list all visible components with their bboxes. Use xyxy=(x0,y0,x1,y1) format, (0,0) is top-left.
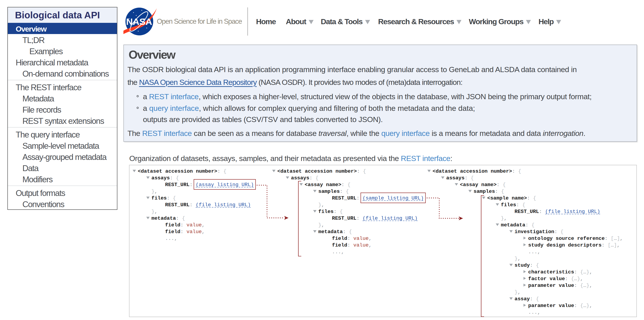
svg-text:<dataset accession number>: <dataset accession number> xyxy=(138,168,217,174)
svg-text:{: { xyxy=(536,262,539,268)
svg-text:}: } xyxy=(152,209,154,214)
svg-text::: : xyxy=(217,168,220,174)
svg-text::: : xyxy=(356,195,360,201)
svg-text:metadata: metadata xyxy=(152,216,176,221)
svg-text:,: , xyxy=(341,249,344,255)
svg-text:}: } xyxy=(514,256,518,262)
svg-text::: : xyxy=(309,175,312,181)
svg-text::: : xyxy=(357,168,360,174)
svg-text:,: , xyxy=(202,222,205,228)
svg-text:{: { xyxy=(560,229,564,235)
svg-text::: : xyxy=(574,303,577,308)
svg-text:,: , xyxy=(589,282,592,288)
svg-text:{: { xyxy=(173,195,176,201)
svg-text::: : xyxy=(496,182,500,188)
svg-text:field: field xyxy=(165,229,180,235)
svg-text::: : xyxy=(574,269,577,275)
svg-text::: : xyxy=(604,236,608,242)
svg-text:,: , xyxy=(589,303,592,308)
svg-text:<dataset accession number>: <dataset accession number> xyxy=(277,168,357,174)
svg-text::: : xyxy=(527,195,530,201)
svg-text::: : xyxy=(180,222,184,228)
svg-text::: : xyxy=(167,195,170,201)
svg-text:,: , xyxy=(580,276,583,282)
svg-text:,: , xyxy=(518,256,521,262)
svg-text:...: ... xyxy=(332,249,341,255)
svg-text:[: [ xyxy=(608,242,611,248)
svg-text:parameter value: parameter value xyxy=(528,303,574,308)
svg-text:assays: assays xyxy=(152,175,170,181)
svg-text:{: { xyxy=(346,188,349,194)
svg-text:{: { xyxy=(532,222,535,228)
svg-text::: : xyxy=(530,296,533,302)
svg-text:,: , xyxy=(538,249,540,255)
svg-text:REST_URL: REST_URL xyxy=(165,182,190,188)
svg-text:(file listing URL): (file listing URL) xyxy=(196,202,251,208)
svg-text:(file listing URL): (file listing URL) xyxy=(545,209,600,214)
svg-text:{: { xyxy=(503,182,506,188)
svg-text:<dataset accession number>: <dataset accession number> xyxy=(432,168,512,174)
svg-text:…: … xyxy=(611,242,614,248)
svg-text:,: , xyxy=(369,236,372,242)
svg-text:[: [ xyxy=(611,236,614,242)
svg-text::: : xyxy=(334,209,337,214)
svg-text:]: ] xyxy=(614,242,617,248)
svg-text:field: field xyxy=(332,236,347,242)
svg-text:…: … xyxy=(583,303,586,308)
svg-text::: : xyxy=(342,182,344,188)
svg-text:}: } xyxy=(318,222,322,228)
svg-text:<assay name>: <assay name> xyxy=(305,182,342,188)
svg-text:REST_URL: REST_URL xyxy=(165,202,190,208)
svg-text::: : xyxy=(554,229,557,235)
svg-text:samples: samples xyxy=(474,188,495,194)
svg-text:REST_URL: REST_URL xyxy=(332,216,356,221)
svg-text:}: } xyxy=(586,303,589,308)
svg-text:...: ... xyxy=(528,249,538,255)
svg-text:{: { xyxy=(349,229,352,235)
svg-text:{: { xyxy=(223,168,226,174)
svg-text:metadata: metadata xyxy=(318,229,343,235)
svg-text:,: , xyxy=(504,216,507,221)
svg-text:{: { xyxy=(580,303,583,308)
svg-text:}: } xyxy=(586,269,589,275)
svg-text:study: study xyxy=(514,262,530,268)
svg-text:}: } xyxy=(318,202,322,208)
svg-text:{: { xyxy=(580,269,583,275)
svg-text:(assay listing URL): (assay listing URL) xyxy=(196,182,254,188)
svg-text::: : xyxy=(180,229,184,235)
svg-text::: : xyxy=(170,175,173,181)
svg-text:{: { xyxy=(182,216,185,221)
svg-text:characteristics: characteristics xyxy=(528,269,574,275)
svg-text:...: ... xyxy=(528,310,538,315)
svg-text:factor value: factor value xyxy=(528,276,565,282)
svg-text::: : xyxy=(340,188,343,194)
svg-text:investigation: investigation xyxy=(514,229,554,235)
svg-text:,: , xyxy=(518,289,521,295)
svg-text:,: , xyxy=(322,222,324,228)
svg-text::: : xyxy=(190,202,193,208)
svg-text:samples: samples xyxy=(318,188,340,194)
svg-text:{: { xyxy=(176,175,179,181)
svg-text:REST_URL: REST_URL xyxy=(514,209,539,214)
svg-text:field: field xyxy=(165,222,180,228)
svg-text:{: { xyxy=(363,168,366,174)
svg-text:parameter value: parameter value xyxy=(528,282,574,288)
svg-text:REST_URL: REST_URL xyxy=(332,195,356,201)
svg-text:{: { xyxy=(533,195,536,201)
svg-text:}: } xyxy=(152,188,154,194)
svg-text:,: , xyxy=(620,236,623,242)
svg-text::: : xyxy=(539,209,542,214)
svg-text:field: field xyxy=(332,242,347,248)
svg-text::: : xyxy=(530,262,533,268)
svg-text::: : xyxy=(512,168,515,174)
svg-text:assays: assays xyxy=(446,175,464,181)
svg-text:}: } xyxy=(586,282,589,288)
svg-text:value: value xyxy=(186,222,202,228)
svg-text:…: … xyxy=(614,236,617,242)
svg-text:files: files xyxy=(318,209,334,214)
svg-text:}: } xyxy=(514,289,518,295)
svg-text::: : xyxy=(464,175,468,181)
svg-text:{: { xyxy=(470,175,474,181)
svg-text::: : xyxy=(525,222,528,228)
svg-text:,: , xyxy=(538,310,540,315)
